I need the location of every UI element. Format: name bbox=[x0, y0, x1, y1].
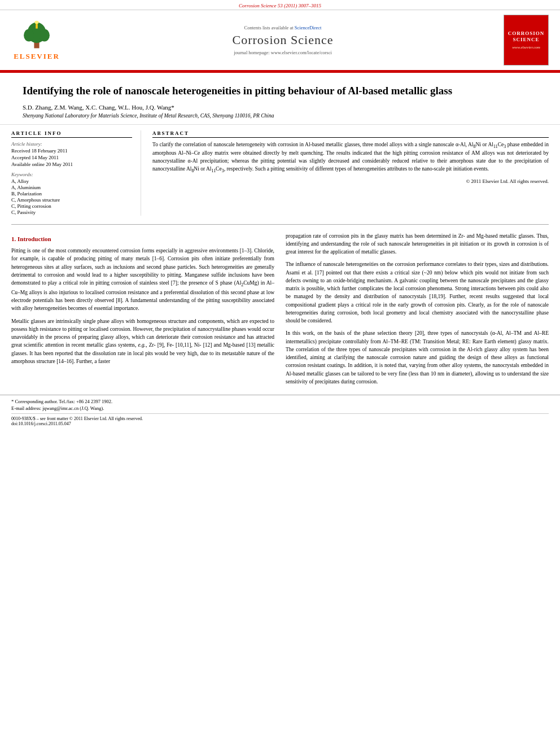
body-section: 1. Introduction Pitting is one of the mo… bbox=[0, 228, 560, 395]
keywords-label: Keywords: bbox=[11, 172, 132, 177]
sciencedirect-line: Contents lists available at ScienceDirec… bbox=[62, 25, 504, 30]
elsevier-logo: ELSEVIER bbox=[11, 20, 62, 61]
keyword-5: C, Pitting corrosion bbox=[11, 203, 132, 209]
keyword-1: A, Alloy bbox=[11, 178, 132, 184]
journal-ref: Corrosion Science 53 (2011) 3007–3015 bbox=[239, 3, 321, 8]
right-paragraph-3: In this work, on the basis of the phase … bbox=[286, 329, 549, 386]
email-address: E-mail address: jqwang@imr.ac.cn (J.Q. W… bbox=[11, 405, 549, 411]
journal-homepage: journal homepage: www.elsevier.com/locat… bbox=[62, 50, 504, 55]
article-title-section: Identifying the role of nanoscale hetero… bbox=[0, 73, 560, 125]
intro-paragraph-2: Metallic glasses are intrinsically singl… bbox=[11, 317, 274, 366]
intro-section-title: 1. Introduction bbox=[11, 234, 274, 244]
journal-center: Contents lists available at ScienceDirec… bbox=[62, 25, 504, 55]
keyword-4: C, Amorphous structure bbox=[11, 197, 132, 203]
sciencedirect-link[interactable]: ScienceDirect bbox=[295, 25, 322, 30]
keyword-2: A, Aluminium bbox=[11, 185, 132, 190]
history-label: Article history: bbox=[11, 141, 132, 147]
authors: S.D. Zhang, Z.M. Wang, X.C. Chang, W.L. … bbox=[23, 104, 537, 111]
right-paragraph-2: The influence of nanoscale heterogeneiti… bbox=[286, 260, 549, 325]
keyword-3: B, Polarization bbox=[11, 191, 132, 196]
elsevier-tree-icon bbox=[17, 20, 56, 51]
corresponding-author: * Corresponding author. Tel./fax: +86 24… bbox=[11, 399, 549, 404]
svg-point-5 bbox=[34, 20, 38, 24]
journal-header: ELSEVIER Contents lists available at Sci… bbox=[0, 10, 560, 71]
cover-title: CORROSION SCIENCE www.elsevier.com bbox=[507, 29, 546, 51]
body-right-column: propagation rate of corrosion pits in th… bbox=[286, 232, 549, 391]
journal-cover-image: CORROSION SCIENCE www.elsevier.com bbox=[504, 15, 549, 65]
svg-point-2 bbox=[24, 29, 34, 41]
abstract-column: ABSTRACT To clarify the correlation of n… bbox=[152, 130, 549, 216]
accepted-date: Accepted 14 May 2011 bbox=[11, 155, 132, 160]
copyright-notice: © 2011 Elsevier Ltd. All rights reserved… bbox=[152, 178, 549, 184]
footnote-section: * Corresponding author. Tel./fax: +86 24… bbox=[0, 395, 560, 426]
top-bar: Corrosion Science 53 (2011) 3007–3015 bbox=[0, 0, 560, 10]
issn-doi: 0010-938X/$ – see front matter © 2011 El… bbox=[11, 413, 549, 426]
svg-point-3 bbox=[40, 29, 50, 41]
abstract-text: To clarify the correlation of nanoscale … bbox=[152, 141, 549, 174]
right-paragraph-1: propagation rate of corrosion pits in th… bbox=[286, 232, 549, 256]
article-info-column: ARTICLE INFO Article history: Received 1… bbox=[11, 130, 141, 216]
article-title: Identifying the role of nanoscale hetero… bbox=[23, 84, 537, 98]
doi-line: doi:10.1016/j.corsci.2011.05.047 bbox=[11, 421, 549, 426]
keyword-6: C, Passivity bbox=[11, 209, 132, 215]
received-date: Received 18 February 2011 bbox=[11, 148, 132, 154]
abstract-heading: ABSTRACT bbox=[152, 130, 549, 138]
intro-paragraph-1: Pitting is one of the most commonly enco… bbox=[11, 247, 274, 313]
article-info-abstract: ARTICLE INFO Article history: Received 1… bbox=[0, 125, 560, 221]
body-left-column: 1. Introduction Pitting is one of the mo… bbox=[11, 232, 274, 391]
issn-line: 0010-938X/$ – see front matter © 2011 El… bbox=[11, 416, 549, 421]
available-date: Available online 20 May 2011 bbox=[11, 161, 132, 167]
journal-title: Corrosion Science bbox=[62, 33, 504, 47]
section-divider bbox=[11, 224, 549, 225]
elsevier-wordmark: ELSEVIER bbox=[14, 52, 60, 61]
affiliation: Shenyang National Laboratory for Materia… bbox=[23, 113, 537, 119]
article-info-heading: ARTICLE INFO bbox=[11, 130, 132, 138]
